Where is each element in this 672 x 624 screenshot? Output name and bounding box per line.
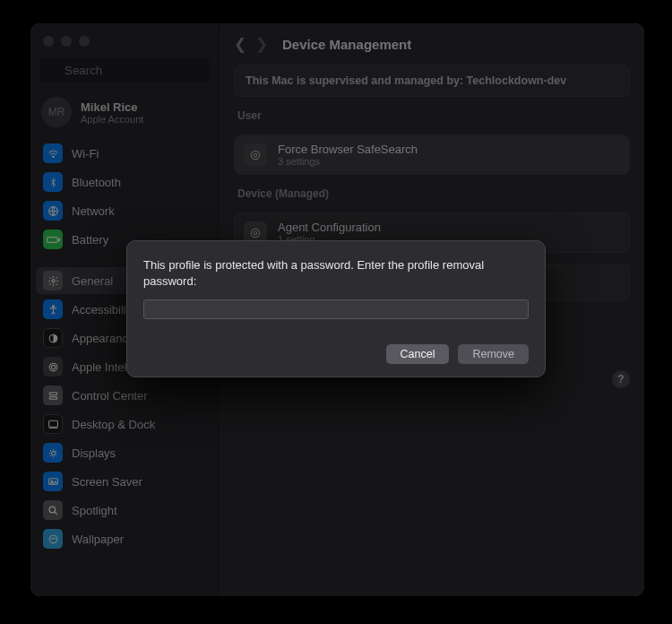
svg-point-9	[51, 365, 55, 368]
wifi-icon	[43, 143, 63, 163]
sidebar-item-screen-saver[interactable]: Screen Saver	[36, 468, 213, 495]
minimize-traffic-light[interactable]	[61, 36, 72, 47]
account-sub: Apple Account	[81, 114, 143, 125]
svg-point-20	[49, 535, 57, 543]
svg-point-7	[52, 305, 54, 307]
supervised-banner: This Mac is supervised and managed by: T…	[234, 65, 630, 97]
close-traffic-light[interactable]	[43, 36, 54, 47]
cancel-button[interactable]: Cancel	[386, 344, 450, 364]
profile-title: Agent Configuration	[278, 221, 381, 234]
gear-icon	[43, 271, 63, 290]
sidebar-item-wifi[interactable]: Wi-Fi	[36, 140, 213, 167]
svg-rect-11	[49, 392, 57, 394]
sidebar-item-displays[interactable]: Displays	[36, 439, 213, 466]
svg-point-15	[51, 451, 55, 455]
page-title: Device Management	[282, 37, 411, 52]
sidebar-item-label: Wi-Fi	[72, 147, 99, 160]
svg-point-23	[251, 229, 259, 237]
sidebar-item-label: Appearance	[72, 332, 134, 345]
wallpaper-icon	[43, 529, 63, 549]
remove-button[interactable]: Remove	[458, 344, 529, 364]
svg-point-10	[49, 363, 57, 371]
svg-rect-5	[58, 238, 59, 240]
svg-rect-13	[48, 420, 57, 427]
account-row[interactable]: MR Mikel Rice Apple Account	[30, 91, 219, 140]
user-profiles-group: Force Browser SafeSearch 3 settings	[234, 134, 630, 175]
sidebar-item-bluetooth[interactable]: Bluetooth	[36, 169, 213, 195]
svg-rect-4	[47, 237, 57, 242]
sidebar-item-label: Wallpaper	[72, 533, 124, 546]
sidebar-item-label: Control Center	[72, 389, 148, 403]
bluetooth-icon	[43, 172, 63, 192]
screen-saver-icon	[43, 472, 63, 491]
profile-icon	[244, 143, 267, 167]
svg-line-19	[54, 511, 56, 514]
intelligence-icon	[43, 357, 63, 377]
sidebar-item-label: Battery	[72, 233, 108, 247]
globe-icon	[43, 201, 63, 221]
svg-point-18	[49, 507, 56, 513]
sidebar-item-wallpaper[interactable]: Wallpaper	[36, 525, 213, 552]
sidebar-item-label: Screen Saver	[72, 475, 142, 489]
svg-point-21	[251, 151, 259, 159]
help-button[interactable]: ?	[612, 370, 630, 388]
toolbar: ❮ ❯ Device Management	[220, 23, 644, 65]
profile-title: Force Browser SafeSearch	[278, 143, 418, 156]
sidebar-item-label: Spotlight	[72, 504, 117, 517]
account-name: Mikel Rice	[81, 100, 143, 114]
search-input[interactable]	[39, 57, 210, 82]
user-section-label: User	[234, 108, 630, 124]
spotlight-icon	[43, 500, 63, 520]
sidebar-item-label: Desktop & Dock	[72, 418, 155, 431]
sidebar-item-control-center[interactable]: Control Center	[36, 382, 213, 409]
password-modal: This profile is protected with a passwor…	[126, 240, 546, 377]
sidebar-item-label: Network	[72, 204, 115, 218]
desktop-icon	[43, 414, 63, 434]
displays-icon	[43, 443, 63, 463]
profile-sub: 3 settings	[278, 156, 418, 167]
avatar: MR	[41, 97, 72, 127]
sidebar-item-label: Bluetooth	[72, 176, 121, 189]
control-center-icon	[43, 386, 63, 405]
window-controls	[30, 30, 219, 57]
svg-point-22	[254, 153, 257, 157]
device-section-label: Device (Managed)	[234, 186, 630, 202]
sidebar-item-desktop-dock[interactable]: Desktop & Dock	[36, 411, 213, 438]
sidebar-item-spotlight[interactable]: Spotlight	[36, 497, 213, 524]
zoom-traffic-light[interactable]	[79, 36, 90, 47]
modal-message: This profile is protected with a passwor…	[143, 257, 529, 289]
svg-rect-12	[49, 396, 57, 399]
appearance-icon	[43, 328, 63, 348]
svg-point-6	[51, 279, 54, 282]
password-input[interactable]	[143, 299, 529, 319]
sidebar-item-network[interactable]: Network	[36, 197, 213, 224]
forward-button[interactable]: ❯	[255, 35, 268, 54]
battery-icon	[43, 230, 63, 249]
accessibility-icon	[43, 299, 63, 319]
sidebar-item-label: Displays	[72, 446, 116, 460]
profile-row[interactable]: Force Browser SafeSearch 3 settings	[235, 135, 629, 174]
svg-point-24	[254, 231, 257, 235]
back-button[interactable]: ❮	[234, 35, 246, 54]
svg-point-2	[52, 155, 54, 157]
sidebar-item-label: General	[72, 274, 113, 288]
